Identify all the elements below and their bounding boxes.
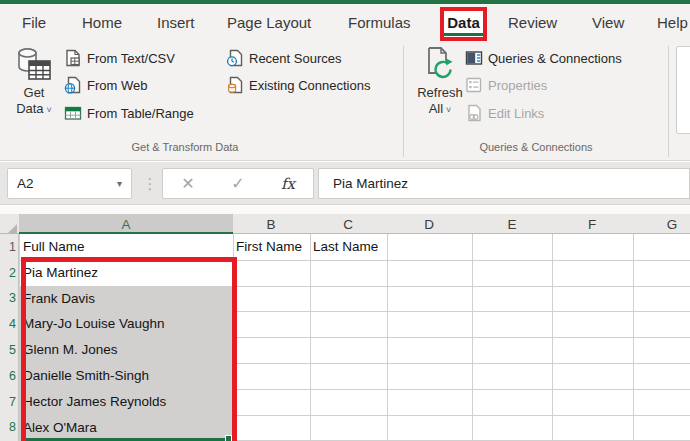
tab-help[interactable]: Help xyxy=(657,4,688,41)
existing-connections-label: Existing Connections xyxy=(249,78,370,93)
column-header-e[interactable]: E xyxy=(507,215,516,234)
properties-label: Properties xyxy=(488,78,547,93)
ribbon-group-separator xyxy=(668,46,669,157)
tab-data-annotation-box: Data xyxy=(440,7,487,41)
get-data-label-line1: Get xyxy=(24,85,45,101)
tab-home[interactable]: Home xyxy=(82,4,122,41)
from-table-range-button[interactable]: From Table/Range xyxy=(64,103,194,123)
tab-review[interactable]: Review xyxy=(508,4,557,41)
get-data-icon xyxy=(15,45,53,85)
row-header-6[interactable]: 6 xyxy=(0,363,16,389)
ribbon-tab-bar: File Home Insert Page Layout Formulas Da… xyxy=(0,4,690,41)
edit-links-label: Edit Links xyxy=(488,106,544,121)
from-web-button[interactable]: From Web xyxy=(64,75,147,95)
recent-sources-label: Recent Sources xyxy=(249,51,342,66)
gridline xyxy=(310,214,311,441)
get-data-button[interactable]: Get Data xyxy=(8,45,60,118)
column-header-g[interactable]: G xyxy=(667,215,678,234)
column-header-d[interactable]: D xyxy=(424,215,434,234)
from-table-range-label: From Table/Range xyxy=(87,106,194,121)
gridline xyxy=(633,214,634,441)
tab-page-layout[interactable]: Page Layout xyxy=(227,4,311,41)
formula-bar-drag-handle[interactable]: ⋮ xyxy=(143,168,157,199)
gridline xyxy=(552,214,553,441)
recent-sources-button[interactable]: Recent Sources xyxy=(226,48,342,68)
column-header-f[interactable]: F xyxy=(588,215,596,234)
formula-bar-input[interactable]: Pia Martinez xyxy=(318,168,690,199)
queries-connections-icon xyxy=(465,49,483,67)
active-tab-underline xyxy=(444,33,483,36)
row-header-5[interactable]: 5 xyxy=(0,337,16,363)
recent-sources-icon xyxy=(226,49,244,67)
tab-insert[interactable]: Insert xyxy=(157,4,195,41)
ribbon-data-tab-content: Get Data From Text/CSV xyxy=(0,41,690,161)
queries-connections-label: Queries & Connections xyxy=(488,51,622,66)
row-header-7[interactable]: 7 xyxy=(0,389,16,415)
ribbon-group-separator xyxy=(403,46,404,157)
edit-links-button: Edit Links xyxy=(465,103,544,123)
refresh-all-label-line2: All xyxy=(429,101,452,118)
from-text-csv-label: From Text/CSV xyxy=(87,51,175,66)
next-group-gallery-partial xyxy=(676,46,690,134)
column-header-c[interactable]: C xyxy=(343,215,353,234)
edit-links-icon xyxy=(465,104,483,122)
name-box-value: A2 xyxy=(8,176,117,191)
gridline xyxy=(387,214,388,441)
group-label-get-transform: Get & Transform Data xyxy=(40,141,330,153)
insert-function-button[interactable]: fx xyxy=(263,175,313,193)
row-header-1[interactable]: 1 xyxy=(0,234,16,260)
table-range-icon xyxy=(64,104,82,122)
column-header-a[interactable]: A xyxy=(121,215,130,234)
cancel-icon: ✕ xyxy=(163,174,213,193)
row-header-4[interactable]: 4 xyxy=(0,311,16,337)
dropdown-caret xyxy=(44,101,52,116)
row-header-2[interactable]: 2 xyxy=(0,260,16,286)
formula-bar-value: Pia Martinez xyxy=(319,169,689,198)
dropdown-caret xyxy=(443,101,451,116)
gridline xyxy=(19,214,20,441)
name-box-caret-icon[interactable]: ▾ xyxy=(117,178,131,189)
text-csv-file-icon xyxy=(64,49,82,67)
refresh-all-label-line1: Refresh xyxy=(417,85,463,101)
from-text-csv-button[interactable]: From Text/CSV xyxy=(64,48,175,68)
name-box[interactable]: A2 ▾ xyxy=(7,168,132,199)
get-data-label-line2: Data xyxy=(16,101,52,118)
formula-bar-buttons: ✕ ✓ fx xyxy=(162,168,314,199)
from-web-label: From Web xyxy=(87,78,147,93)
excel-window: File Home Insert Page Layout Formulas Da… xyxy=(0,0,690,441)
tab-file[interactable]: File xyxy=(22,4,46,41)
refresh-all-icon xyxy=(421,45,459,85)
range-annotation-box xyxy=(21,257,237,441)
row-header-9[interactable]: 9 xyxy=(0,436,16,441)
properties-button: Properties xyxy=(465,75,547,95)
web-globe-icon xyxy=(64,76,82,94)
cell-c1[interactable]: Last Name xyxy=(313,234,378,260)
worksheet-grid: A B C D E F G 1 2 3 4 5 6 7 8 9 Full Nam… xyxy=(0,204,690,441)
column-header-b[interactable]: B xyxy=(266,215,275,234)
refresh-all-button[interactable]: Refresh All xyxy=(413,45,467,118)
gridline xyxy=(472,214,473,441)
existing-connections-icon xyxy=(226,76,244,94)
row-header-3[interactable]: 3 xyxy=(0,286,16,311)
tab-view[interactable]: View xyxy=(592,4,624,41)
formula-bar-row: A2 ▾ ⋮ ✕ ✓ fx Pia Martinez xyxy=(0,162,690,204)
existing-connections-button[interactable]: Existing Connections xyxy=(226,75,370,95)
queries-connections-button[interactable]: Queries & Connections xyxy=(465,48,622,68)
select-all-corner[interactable] xyxy=(7,224,17,234)
tab-formulas[interactable]: Formulas xyxy=(348,4,411,41)
cell-b1[interactable]: First Name xyxy=(236,234,309,260)
group-label-queries-connections: Queries & Connections xyxy=(413,141,659,153)
enter-check-icon: ✓ xyxy=(213,174,263,193)
tab-data[interactable]: Data xyxy=(447,15,480,30)
properties-icon xyxy=(465,76,483,94)
